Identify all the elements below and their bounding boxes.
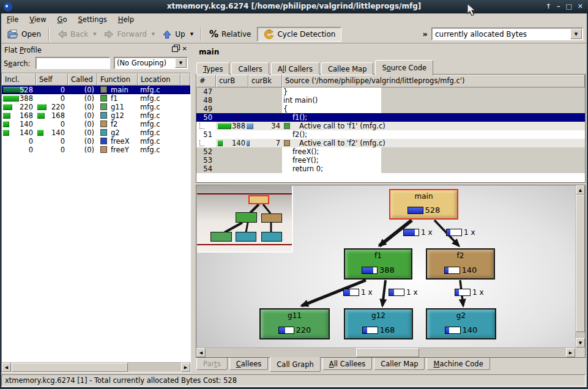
up-dropdown-icon[interactable]: ▼	[190, 32, 193, 37]
back-button[interactable]: Back▼	[53, 28, 100, 40]
column-header-called[interactable]: Called	[68, 73, 97, 86]
tab-callee-map[interactable]: Callee Map	[321, 62, 374, 75]
scroll-right-icon[interactable]: ▶	[566, 348, 575, 357]
source-call-line[interactable]: 388 34 Active call to 'f1' (mfg.c)	[196, 122, 585, 130]
graph-overview-minimap[interactable]	[197, 186, 293, 253]
relative-toggle-button[interactable]: % Relative	[206, 28, 255, 41]
forward-button[interactable]: Forward▼	[100, 28, 159, 40]
graph-horizontal-scrollbar[interactable]: ◀ ▶	[196, 347, 575, 357]
maximize-button[interactable]: □	[565, 0, 571, 13]
graph-node-g11[interactable]: g11 220	[259, 308, 330, 339]
back-dropdown-icon[interactable]: ▼	[93, 32, 96, 37]
float-dock-icon[interactable]	[172, 46, 178, 52]
tab-machine-code[interactable]: Machine Code	[426, 358, 489, 370]
tab-call-graph[interactable]: Call Graph	[270, 357, 320, 372]
scroll-left-icon[interactable]: ◀	[196, 348, 206, 357]
menu-view[interactable]: View	[24, 14, 51, 25]
open-button[interactable]: Open	[4, 28, 45, 40]
scrollbar-thumb[interactable]	[576, 194, 585, 332]
table-row[interactable]: 220 220 (0) g11 mfg.c	[2, 103, 190, 111]
scrollbar-corner	[575, 347, 585, 357]
source-line[interactable]: 52freeX();	[196, 147, 585, 156]
table-row[interactable]: 388 0 (0) f1 mfg.c	[2, 94, 190, 103]
scroll-left-icon[interactable]: ◀	[2, 363, 11, 372]
toolbar-separator	[201, 28, 202, 41]
tab-callees[interactable]: Callees	[229, 358, 269, 370]
call-graph-canvas[interactable]: main 528 f1 388 f2 140 g11 220 g12 168 g…	[196, 185, 575, 347]
tab-all-callers[interactable]: All Callers	[271, 62, 319, 75]
tab-caller-map[interactable]: Caller Map	[374, 358, 425, 370]
column-header-curbk[interactable]: curBk	[248, 75, 282, 87]
column-header-self[interactable]: Self	[36, 73, 68, 86]
scroll-down-icon[interactable]: ▼	[576, 338, 585, 347]
graph-node-g2[interactable]: g2 140	[426, 308, 496, 339]
scrollbar-thumb[interactable]	[356, 348, 419, 357]
column-header-curb[interactable]: curB	[216, 75, 248, 87]
flat-profile-dock-title[interactable]: Flat Profile ✕	[1, 45, 191, 56]
menu-help[interactable]: Help	[113, 14, 140, 25]
column-header-location[interactable]: Location	[138, 73, 180, 86]
chevron-down-icon[interactable]: ▼	[570, 29, 582, 39]
scroll-right-icon[interactable]: ▶	[181, 363, 190, 372]
chevron-down-icon[interactable]: ▼	[175, 58, 187, 68]
column-header-line[interactable]: #	[196, 75, 216, 87]
source-line[interactable]: 53freeY();	[196, 156, 585, 165]
column-header-incl[interactable]: Incl.	[2, 73, 36, 86]
graph-node-f2[interactable]: f2 140	[426, 248, 495, 280]
source-line[interactable]: 47}	[196, 87, 585, 96]
table-row[interactable]: 140 140 (0) g2 mfg.c	[2, 128, 190, 137]
page-title: main	[199, 48, 219, 56]
source-call-line[interactable]: 140 7 Active call to 'f2' (mfg.c)	[196, 139, 585, 147]
tab-source-code[interactable]: Source Code	[375, 60, 433, 75]
search-input[interactable]	[35, 57, 110, 69]
flat-profile-header: Incl. Self Called Function Location	[2, 73, 190, 86]
block-bar	[247, 140, 250, 146]
table-row[interactable]: 528 0 (0) main mfg.c	[2, 86, 190, 94]
mouse-cursor	[467, 3, 477, 17]
table-row[interactable]: 168 168 (0) g12 mfg.c	[2, 111, 190, 120]
close-dock-icon[interactable]: ✕	[182, 46, 187, 52]
title-bar[interactable]: xtmemory.kcg.6274 [/home/philippe/valgri…	[0, 0, 588, 13]
cost-progress-bar	[444, 267, 460, 274]
kcachegrind-window: xtmemory.kcg.6274 [/home/philippe/valgri…	[0, 0, 588, 389]
forward-dropdown-icon[interactable]: ▼	[152, 32, 155, 37]
source-line[interactable]: 49{	[196, 105, 585, 113]
table-row[interactable]: 140 0 (0) f2 mfg.c	[2, 120, 190, 128]
minimize-button[interactable]: –	[557, 0, 560, 13]
tab-parts: Parts	[196, 358, 228, 370]
toolbar-overflow-chevron[interactable]: »	[423, 29, 428, 39]
table-row[interactable]: 0 0 (0) freeY mfg.c	[2, 146, 190, 154]
menu-file[interactable]: File	[1, 14, 24, 25]
cycle-detection-toggle-button[interactable]: Cycle Detection	[257, 27, 341, 42]
scrollbar-thumb[interactable]	[12, 363, 128, 372]
menu-settings[interactable]: Settings	[73, 14, 113, 25]
source-line[interactable]: 54return 0;	[196, 165, 585, 173]
source-line-selected[interactable]: 50f1();	[196, 113, 585, 122]
grouping-combobox[interactable]: (No Grouping) ▼	[114, 57, 188, 69]
column-header-source[interactable]: Source ('/home/philippe/valgrind/littlep…	[282, 75, 585, 87]
table-row[interactable]: 0 0 (0) freeX mfg.c	[2, 137, 190, 146]
source-line[interactable]: 48int main()	[196, 96, 585, 105]
column-header-function[interactable]: Function	[97, 73, 138, 86]
tab-callers[interactable]: Callers	[231, 62, 269, 75]
graph-node-main[interactable]: main 528	[389, 189, 458, 220]
up-button[interactable]: Up▼	[158, 28, 197, 40]
scroll-up-icon[interactable]: ▲	[576, 185, 585, 194]
menu-go[interactable]: Go	[52, 14, 73, 25]
event-type-combobox[interactable]: currently allocated Bytes ▼	[431, 28, 583, 40]
graph-node-f1[interactable]: f1 388	[344, 248, 412, 280]
shade-button[interactable]: ↑	[546, 0, 551, 13]
close-button[interactable]: ✕	[578, 0, 583, 13]
graph-vertical-scrollbar[interactable]: ▲ ▼	[575, 185, 585, 347]
call-cost-bar	[343, 289, 359, 296]
tab-all-callees[interactable]: All Callees	[322, 358, 373, 370]
cost-progress-bar	[362, 267, 378, 274]
flat-profile-horizontal-scrollbar[interactable]: ◀ ▶	[2, 362, 190, 372]
minimap-node-g12	[236, 232, 256, 242]
source-line[interactable]: 51f2();	[196, 130, 585, 139]
open-folder-icon	[7, 29, 18, 39]
window-title: xtmemory.kcg.6274 [/home/philippe/valgri…	[0, 2, 588, 10]
graph-node-g12[interactable]: g12 168	[344, 308, 413, 339]
tab-types[interactable]: Types	[196, 62, 229, 75]
flat-profile-table: Incl. Self Called Function Location 528 …	[1, 73, 191, 372]
